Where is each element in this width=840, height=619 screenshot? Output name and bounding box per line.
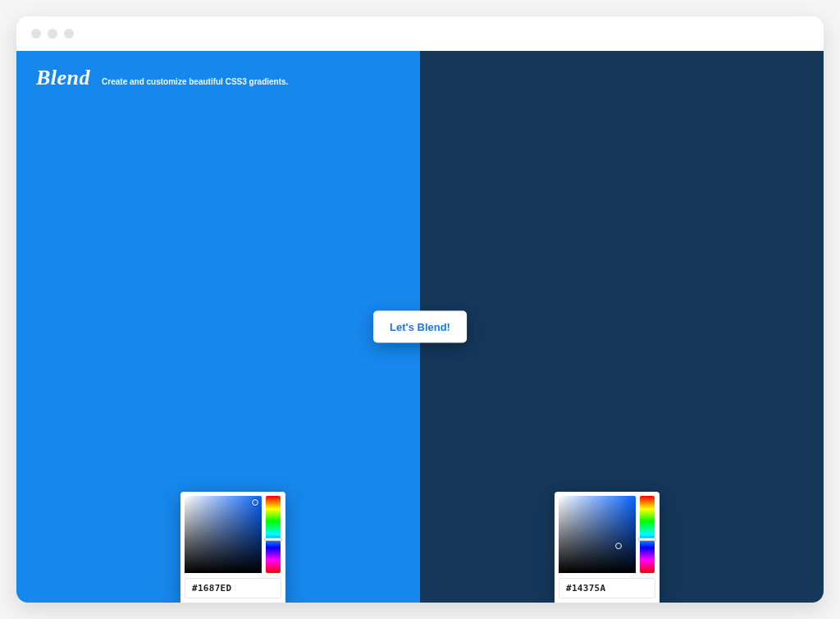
app-stage: Blend Create and customize beautiful CSS…	[16, 51, 824, 603]
hue-cursor-left[interactable]	[264, 538, 282, 541]
saturation-value-panel-right[interactable]	[559, 496, 636, 573]
color-picker-left: #1687ED	[180, 492, 285, 603]
logo: Blend	[36, 66, 90, 90]
browser-frame: Blend Create and customize beautiful CSS…	[16, 16, 824, 603]
tagline: Create and customize beautiful CSS3 grad…	[102, 77, 288, 86]
hex-input-left[interactable]: #1687ED	[185, 578, 281, 598]
window-dot-close-icon[interactable]	[31, 29, 41, 39]
blend-button[interactable]: Let's Blend!	[373, 311, 467, 343]
hue-slider-left[interactable]	[266, 496, 281, 573]
hue-cursor-right[interactable]	[638, 538, 656, 541]
header: Blend Create and customize beautiful CSS…	[36, 66, 288, 90]
hex-input-right[interactable]: #14375A	[559, 578, 655, 598]
browser-titlebar	[16, 16, 824, 51]
hue-slider-right[interactable]	[640, 496, 655, 573]
window-dot-minimize-icon[interactable]	[48, 29, 57, 39]
sv-cursor-left[interactable]	[252, 499, 258, 506]
sv-cursor-right[interactable]	[615, 543, 622, 549]
saturation-value-panel-left[interactable]	[185, 496, 262, 573]
window-dot-zoom-icon[interactable]	[64, 29, 74, 39]
color-picker-right: #14375A	[555, 492, 660, 603]
